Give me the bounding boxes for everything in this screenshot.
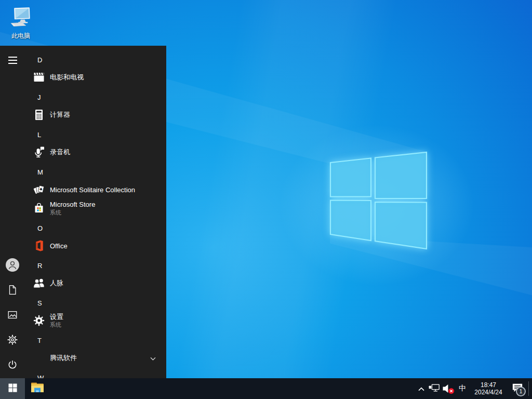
store-icon — [33, 202, 45, 215]
folder-item-tencent[interactable]: 腾讯软件 — [0, 349, 166, 367]
start-menu: D 电影和电视 J — [0, 46, 166, 378]
section-header-l[interactable]: L — [0, 125, 166, 144]
section-letter: T — [0, 337, 42, 344]
chevron-up-icon — [418, 384, 424, 393]
file-explorer-button[interactable] — [25, 378, 50, 399]
system-tray: 中 18:47 2024/4/24 1 — [415, 378, 532, 399]
app-label: 计算器 — [50, 110, 70, 119]
app-item-people[interactable]: 人脉 — [0, 274, 166, 292]
app-label: Office — [50, 242, 68, 250]
chevron-down-icon — [150, 353, 156, 363]
settings-gear-icon — [33, 314, 45, 327]
taskbar: 中 18:47 2024/4/24 1 — [0, 378, 532, 399]
section-letter: R — [0, 262, 42, 270]
notification-count-badge: 1 — [516, 387, 526, 396]
volume-muted-icon — [442, 383, 455, 394]
this-pc-icon — [8, 22, 34, 31]
network-tray-button[interactable] — [428, 378, 441, 399]
section-header-o[interactable]: O — [0, 219, 166, 237]
this-pc-label: 此电脑 — [5, 32, 36, 41]
section-letter: L — [0, 131, 41, 139]
app-item-voice-recorder[interactable]: 录音机 — [0, 143, 166, 162]
app-item-calculator[interactable]: 计算器 — [0, 105, 166, 124]
ime-indicator[interactable]: 中 — [456, 378, 469, 399]
voice-recorder-icon — [33, 146, 45, 158]
app-label: 录音机 — [50, 148, 70, 157]
folder-label: 腾讯软件 — [50, 353, 77, 363]
section-header-j[interactable]: J — [0, 88, 166, 107]
windows-start-icon — [8, 383, 17, 394]
taskbar-clock[interactable]: 18:47 2024/4/24 — [471, 381, 506, 396]
app-label: 人脉 — [50, 278, 63, 288]
solitaire-icon: ♠ — [33, 183, 45, 196]
show-hidden-icons-button[interactable] — [415, 378, 428, 399]
app-label: 电影和电视 — [50, 73, 84, 82]
volume-tray-button[interactable] — [441, 378, 456, 399]
movies-tv-icon — [33, 71, 45, 84]
app-item-solitaire[interactable]: ♠ Microsoft Solitaire Collection — [0, 180, 166, 199]
app-sublabel: 系统 — [50, 209, 95, 217]
clock-date: 2024/4/24 — [471, 389, 506, 396]
clock-time: 18:47 — [471, 381, 506, 389]
this-pc-shortcut[interactable]: 此电脑 — [5, 5, 36, 41]
ethernet-network-icon — [429, 383, 440, 394]
section-letter: O — [0, 224, 43, 232]
section-header-w[interactable]: W — [0, 368, 166, 378]
office-icon — [33, 240, 45, 252]
section-letter: W — [0, 374, 44, 379]
section-letter: M — [0, 168, 43, 176]
windows-desktop: 此电脑 — [0, 0, 532, 399]
action-center-button[interactable]: 1 — [509, 378, 526, 399]
show-desktop-button[interactable] — [529, 378, 532, 399]
start-button[interactable] — [0, 378, 25, 399]
section-header-t[interactable]: T — [0, 331, 166, 350]
app-label: Microsoft Solitaire Collection — [50, 186, 135, 194]
section-header-r[interactable]: R — [0, 256, 166, 275]
app-sublabel: 系统 — [50, 321, 63, 329]
app-label: 设置 — [50, 313, 63, 321]
section-header-d[interactable]: D — [0, 50, 166, 69]
app-item-settings[interactable]: 设置 系统 — [0, 309, 166, 332]
calculator-icon — [33, 109, 45, 121]
app-label: Microsoft Store — [50, 201, 95, 208]
app-item-movies-tv[interactable]: 电影和电视 — [0, 68, 166, 87]
app-item-microsoft-store[interactable]: Microsoft Store 系统 — [0, 197, 166, 220]
section-letter: J — [0, 94, 41, 101]
section-header-m[interactable]: M — [0, 163, 166, 181]
app-item-office[interactable]: Office — [0, 236, 166, 255]
file-explorer-icon — [31, 382, 44, 395]
section-letter: D — [0, 56, 42, 64]
people-icon — [33, 277, 45, 289]
section-letter: S — [0, 299, 42, 307]
